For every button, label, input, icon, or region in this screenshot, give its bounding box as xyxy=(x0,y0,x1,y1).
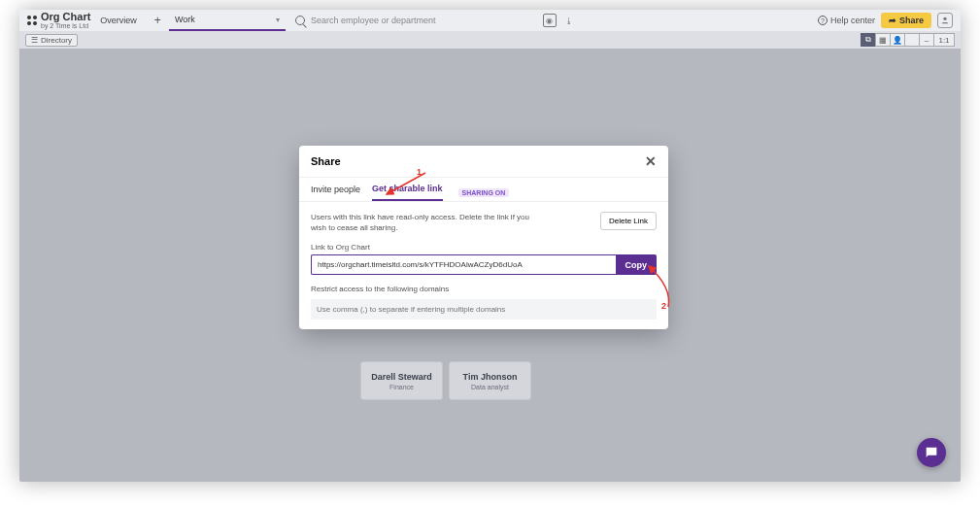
node-darell-role: Finance xyxy=(365,384,438,390)
secondary-bar: ☰ Directory ⧉ ▦ 👤 – 1:1 xyxy=(19,31,961,49)
view-chart-button[interactable]: ⧉ xyxy=(861,33,876,47)
restrict-label: Restrict access to the following domains xyxy=(311,285,657,293)
delete-link-button[interactable]: Delete Link xyxy=(600,212,657,230)
user-avatar[interactable] xyxy=(937,13,953,28)
zoom-ratio[interactable]: 1:1 xyxy=(933,33,955,47)
node-darell[interactable]: Darell Steward Finance xyxy=(360,361,443,400)
modal-header: Share ✕ xyxy=(299,146,668,178)
nav-work-dropdown[interactable]: Work ▾ xyxy=(169,10,286,31)
view-person-button[interactable]: 👤 xyxy=(890,33,905,47)
share-label: Share xyxy=(899,16,924,25)
copy-button[interactable]: Copy xyxy=(616,254,658,275)
share-button[interactable]: ➦ Share xyxy=(881,13,931,28)
domains-input[interactable] xyxy=(311,299,657,320)
node-darell-name: Darell Steward xyxy=(365,372,438,382)
app-title: Org Chart xyxy=(41,12,90,22)
share-link-input[interactable] xyxy=(311,254,616,275)
settings-icon[interactable]: ◉ xyxy=(543,14,557,27)
app-logo[interactable]: Org Chart by 2 Time is Ltd xyxy=(19,12,90,29)
close-icon[interactable]: ✕ xyxy=(645,153,657,169)
view-controls: ⧉ ▦ 👤 – 1:1 xyxy=(862,33,955,47)
search-area[interactable]: Search employee or department xyxy=(286,16,537,25)
view-grid-button[interactable]: ▦ xyxy=(875,33,891,47)
modal-title: Share xyxy=(311,155,341,167)
chevron-down-icon: ▾ xyxy=(276,16,280,24)
link-row: Copy xyxy=(311,254,657,275)
nav-overview[interactable]: Overview xyxy=(90,16,147,25)
share-modal: Share ✕ Invite people Get sharable link … xyxy=(299,146,668,329)
app-frame: Org Chart by 2 Time is Ltd Overview + Wo… xyxy=(19,10,961,482)
svg-point-0 xyxy=(943,17,946,20)
node-tim-name: Tim Jhonson xyxy=(454,372,526,382)
directory-label: Directory xyxy=(41,36,72,45)
nav-work-label: Work xyxy=(175,15,195,24)
tab-link-label: Get sharable link xyxy=(372,184,443,193)
node-tim[interactable]: Tim Jhonson Data analyst xyxy=(449,361,531,400)
person-icon xyxy=(940,16,950,25)
share-description: Users with this link have read-only acce… xyxy=(311,212,534,233)
top-bar: Org Chart by 2 Time is Ltd Overview + Wo… xyxy=(19,10,961,31)
view-blank-button[interactable] xyxy=(904,33,920,47)
directory-button[interactable]: ☰ Directory xyxy=(25,34,78,47)
share-arrow-icon: ➦ xyxy=(889,16,896,25)
tab-invite-people[interactable]: Invite people xyxy=(311,185,360,200)
add-tab-button[interactable]: + xyxy=(147,14,169,27)
link-label: Link to Org Chart xyxy=(311,243,657,252)
logo-icon xyxy=(27,16,37,25)
node-tim-role: Data analyst xyxy=(454,384,526,390)
download-icon[interactable]: ⭳ xyxy=(562,14,576,27)
chat-fab[interactable] xyxy=(917,438,946,467)
list-icon: ☰ xyxy=(31,36,38,45)
help-label: Help center xyxy=(830,16,875,25)
app-subtitle: by 2 Time is Ltd xyxy=(41,22,90,29)
sharing-on-badge: SHARING ON xyxy=(458,188,510,197)
modal-tabs: Invite people Get sharable link SHARING … xyxy=(299,178,668,202)
help-center-link[interactable]: ? Help center xyxy=(818,16,875,25)
help-icon: ? xyxy=(818,16,828,25)
modal-body: Users with this link have read-only acce… xyxy=(299,202,668,329)
tab-sharable-link[interactable]: Get sharable link xyxy=(372,184,443,201)
search-icon xyxy=(295,16,305,25)
zoom-out-button[interactable]: – xyxy=(919,33,934,47)
search-placeholder: Search employee or department xyxy=(311,16,436,25)
chat-icon xyxy=(924,445,939,460)
